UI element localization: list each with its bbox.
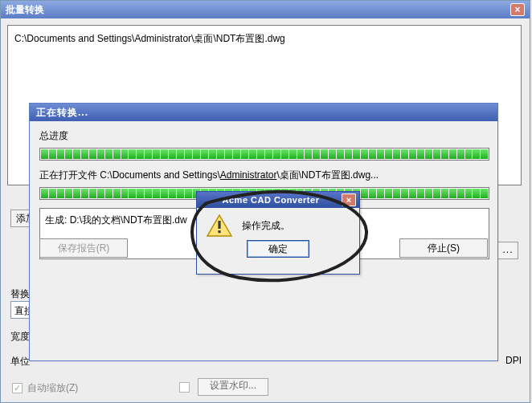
dpi-label: DPI [505, 355, 522, 366]
set-watermark-button[interactable]: 设置水印... [198, 378, 268, 396]
save-report-button[interactable]: 保存报告(R) [39, 238, 128, 258]
status-suffix: \桌面\NDT布置图.dwg... [276, 169, 379, 181]
warning-icon [207, 214, 232, 237]
browse-button[interactable]: ... [497, 242, 518, 259]
alert-title-text: Acme CAD Converter [200, 195, 342, 205]
ok-button[interactable]: 确定 [247, 240, 309, 258]
opening-file-status: 正在打开文件 C:\Documents and Settings\Adminis… [39, 169, 488, 182]
add-file-button[interactable]: 添加 [10, 210, 30, 227]
close-icon[interactable]: × [510, 3, 525, 16]
svg-rect-1 [218, 221, 220, 229]
svg-rect-2 [218, 230, 220, 233]
alert-body: 操作完成。 [197, 208, 359, 240]
alert-message: 操作完成。 [242, 219, 290, 233]
alert-titlebar: Acme CAD Converter × [197, 192, 359, 208]
close-icon[interactable]: × [342, 193, 356, 206]
batch-convert-titlebar: 批量转换 × [1, 1, 530, 18]
unit-label: 单位 [10, 355, 30, 368]
overall-progress-bar [39, 148, 489, 161]
replace-rule-select[interactable]: 直接替 [10, 301, 30, 319]
width-label: 宽度 [10, 330, 30, 344]
alert-footer: 确定 [197, 240, 359, 263]
status-underlined: Administrator [220, 169, 277, 181]
batch-convert-title: 批量转换 [6, 3, 510, 17]
status-prefix: 正在打开文件 C:\Documents and Settings\ [39, 169, 220, 181]
stop-button[interactable]: 停止(S) [399, 238, 488, 258]
checkbox-icon: ✓ [12, 383, 23, 393]
overall-progress-label: 总进度 [39, 129, 488, 143]
checkbox-icon[interactable] [179, 382, 190, 393]
file-list-item: C:\Documents and Settings\Administrator\… [14, 33, 285, 44]
watermark-row: 设置水印... [179, 378, 268, 396]
auto-scale-checkbox-row[interactable]: ✓ 自动缩放(Z) [12, 381, 78, 395]
output-log-line: 生成: D:\我的文档\NDT布置图.dw [45, 214, 187, 226]
alert-dialog: Acme CAD Converter × 操作完成。 确定 [196, 191, 360, 275]
auto-scale-label: 自动缩放(Z) [27, 381, 78, 395]
progress-title: 正在转换... [30, 104, 497, 121]
